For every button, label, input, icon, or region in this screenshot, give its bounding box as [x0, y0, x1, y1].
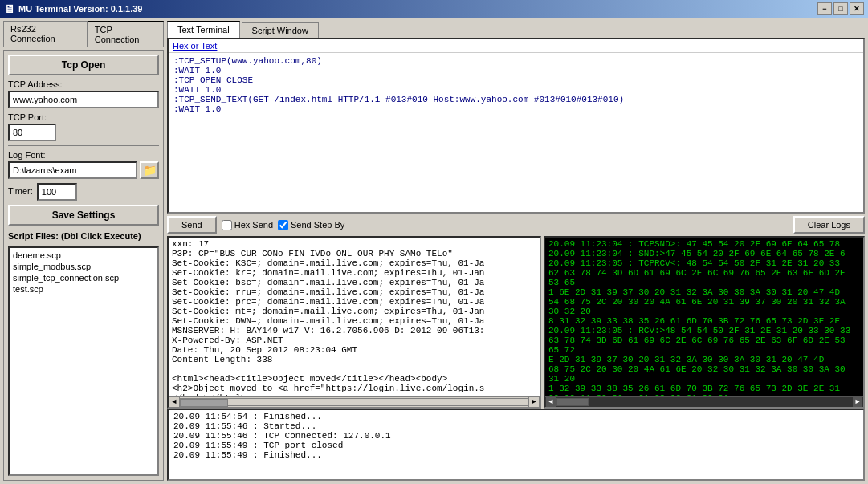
tcp-open-button[interactable]: Tcp Open [8, 55, 159, 75]
terminal-line: :WAIT 1.0 [173, 66, 858, 75]
tcp-address-input[interactable] [8, 91, 159, 108]
script-list: deneme.scp simple_modbus.scp simple_tcp_… [8, 246, 159, 476]
timer-field: Timer: [8, 183, 159, 201]
tcp-address-label: TCP Address: [8, 79, 159, 89]
bottom-right-content: 20.09 11:23:04 : TCPSND>: 47 45 54 20 2F… [545, 238, 863, 396]
hex-send-checkbox-label[interactable]: Hex Send [222, 220, 273, 230]
tab-rs232[interactable]: Rs232 Connection [3, 21, 88, 47]
tab-script-window[interactable]: Script Window [242, 22, 319, 38]
hex-line: 20.09 11:23:05 : TCPRCV<: 48 54 54 50 2F… [548, 258, 860, 268]
log-line: Set-Cookie: rru=; domain=.mail.live.com;… [172, 287, 536, 297]
log-line: <h2>Object moved to <a href="https://log… [172, 384, 536, 393]
terminal-line: :WAIT 1.0 [173, 85, 858, 95]
timer-input[interactable] [37, 183, 77, 201]
log-font-row: 📁 [8, 161, 159, 179]
log-font-field: Log Font: 📁 [8, 150, 159, 179]
scroll-thumb[interactable] [556, 398, 589, 406]
script-item[interactable]: simple_tcp_connection.scp [11, 272, 156, 283]
hex-line: 20.09 11:23:04 : SND:>47 45 54 20 2F 69 … [548, 249, 860, 258]
divider-1 [8, 145, 159, 146]
bottom-left-panel: xxn: 17 P3P: CP="BUS CUR CONo FIN IVDo O… [167, 236, 541, 409]
tcp-port-label: TCP Port: [8, 112, 159, 122]
hex-send-checkbox[interactable] [222, 220, 232, 230]
log-entry: 20.09 11:54:54 : Finished... [173, 412, 858, 421]
send-step-by-checkbox[interactable] [278, 220, 288, 230]
save-settings-button[interactable]: Save Settings [8, 205, 159, 226]
script-item[interactable]: test.scp [11, 283, 156, 295]
log-line: <html><head><title>Object moved</title><… [172, 374, 536, 384]
script-item[interactable]: deneme.scp [11, 250, 156, 261]
script-files-label: Script Files: (Dbl Click Execute) [8, 230, 159, 242]
log-entry: 20.09 11:55:49 : Finished... [173, 450, 858, 460]
log-line: Set-Cookie: KSC=; domain=.mail.live.com;… [172, 258, 536, 268]
hex-line: 68 75 2C 20 30 20 4A 61 6E 20 32 30 31 3… [548, 364, 860, 384]
clear-logs-button[interactable]: Clear Logs [793, 216, 865, 234]
send-step-by-label: Send Step By [291, 220, 344, 230]
terminal-area: Hex or Text :TCP_SETUP(www.yahoo.com,80)… [167, 38, 865, 214]
hex-line: 20.09 11:23:04 : TCPSND>: 47 45 54 20 2F… [548, 239, 860, 249]
hex-line: 1 32 39 33 38 35 26 61 6D 70 3B 72 76 65… [548, 384, 860, 393]
hex-line: 8 31 32 39 33 38 35 26 61 6D 70 3B 72 76… [548, 316, 860, 326]
app-icon: 🖥 [4, 2, 15, 15]
terminal-line: :TCP_SEND_TEXT(GET /index.html HTTP/1.1 … [173, 95, 858, 104]
send-bar: Send Hex Send Send Step By Clear Logs [167, 214, 865, 236]
log-font-input[interactable] [8, 161, 137, 179]
log-line: Set-Cookie: prc=; domain=.mail.live.com;… [172, 297, 536, 307]
log-entry: 20.09 11:55:46 : TCP Connected: 127.0.0.… [173, 431, 858, 441]
folder-button[interactable]: 📁 [140, 161, 159, 179]
scroll-right-btn[interactable]: ► [852, 397, 863, 408]
hex-or-text-link[interactable]: Hex or Text [169, 39, 863, 53]
hex-send-label: Hex Send [234, 220, 273, 230]
tab-text-terminal[interactable]: Text Terminal [167, 21, 240, 38]
script-item[interactable]: simple_modbus.scp [11, 261, 156, 272]
title-bar-buttons: − □ ✕ [817, 2, 864, 15]
log-line: Date: Thu, 20 Sep 2012 08:23:04 GMT [172, 345, 536, 355]
log-entry: 20.09 11:55:46 : Started... [173, 421, 858, 431]
log-line: Set-Cookie: kr=; domain=.mail.live.com; … [172, 268, 536, 278]
app-title: MU Terminal Version: 0.1.1.39 [18, 4, 142, 14]
log-line: X-Powered-By: ASP.NET [172, 336, 536, 345]
scroll-track [556, 398, 852, 406]
send-step-by-checkbox-label[interactable]: Send Step By [278, 220, 344, 230]
left-panel: Rs232 Connection TCP Connection Tcp Open… [3, 21, 164, 481]
left-content: Tcp Open TCP Address: TCP Port: Log Font… [3, 50, 164, 481]
bottom-right-hscrollbar[interactable]: ◄ ► [545, 396, 863, 407]
log-line: P3P: CP="BUS CUR CONo FIN IVDo ONL OUR P… [172, 249, 536, 258]
main-container: Rs232 Connection TCP Connection Tcp Open… [0, 18, 868, 484]
terminal-content: :TCP_SETUP(www.yahoo.com,80) :WAIT 1.0 :… [169, 53, 863, 212]
log-entry: 20.09 11:55:49 : TCP port closed [173, 441, 858, 450]
scroll-thumb[interactable] [180, 399, 228, 407]
right-tab-bar: Text Terminal Script Window [167, 21, 865, 38]
log-line: Set-Cookie: DWN=; domain=.mail.live.com;… [172, 316, 536, 326]
bottom-area: xxn: 17 P3P: CP="BUS CUR CONo FIN IVDo O… [167, 236, 865, 409]
minimize-button[interactable]: − [817, 2, 832, 15]
hex-line: 63 78 74 3D 6D 61 69 6C 2E 6C 69 76 65 2… [548, 336, 860, 355]
tab-tcp[interactable]: TCP Connection [88, 21, 164, 47]
bottom-log: 20.09 11:54:54 : Finished... 20.09 11:55… [167, 409, 865, 481]
bottom-left-content: xxn: 17 P3P: CP="BUS CUR CONo FIN IVDo O… [169, 238, 540, 396]
tcp-port-input[interactable] [8, 124, 56, 141]
scroll-left-btn[interactable]: ◄ [545, 397, 556, 408]
tcp-address-field: TCP Address: [8, 79, 159, 108]
terminal-line: :TCP_OPEN_CLOSE [173, 75, 858, 85]
scroll-right-btn[interactable]: ► [528, 397, 540, 408]
hex-line: E 2D 31 39 37 30 20 31 32 3A 30 30 3A 30… [548, 355, 860, 364]
hex-line: 1 6E 2D 31 39 37 30 20 31 32 3A 30 30 3A… [548, 287, 860, 297]
scroll-left-btn[interactable]: ◄ [169, 397, 180, 408]
terminal-line: :TCP_SETUP(www.yahoo.com,80) [173, 56, 858, 66]
right-panel: Text Terminal Script Window Hex or Text … [167, 21, 865, 481]
log-line: MSNSERVER: H: BAY149-w17 V: 16.2.7056.90… [172, 326, 536, 336]
log-line: Content-Length: 338 [172, 355, 536, 364]
maximize-button[interactable]: □ [833, 2, 848, 15]
hex-line: 54 68 75 2C 20 30 20 4A 61 6E 20 31 39 3… [548, 297, 860, 316]
close-button[interactable]: ✕ [850, 2, 864, 15]
left-tab-bar: Rs232 Connection TCP Connection [3, 21, 164, 47]
bottom-left-hscrollbar[interactable]: ◄ ► [169, 396, 540, 407]
hex-line: 20.09 11:23:05 : RCV:>48 54 54 50 2F 31 … [548, 326, 860, 336]
log-line: Set-Cookie: mt=; domain=.mail.live.com; … [172, 307, 536, 316]
title-bar: 🖥 MU Terminal Version: 0.1.1.39 − □ ✕ [0, 0, 868, 18]
send-button[interactable]: Send [167, 216, 217, 234]
hex-line: 62 63 78 74 3D 6D 61 69 6C 2E 6C 69 76 6… [548, 268, 860, 287]
timer-label: Timer: [8, 186, 33, 196]
log-line: xxn: 17 [172, 239, 536, 249]
